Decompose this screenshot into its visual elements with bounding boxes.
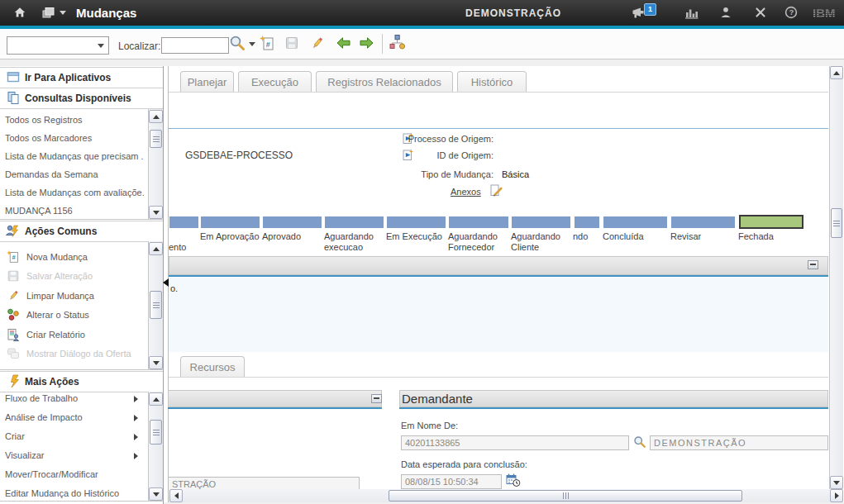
action-item[interactable]: Limpar Mudança [26,291,145,301]
queries-scrollbar-thumb[interactable] [150,130,162,148]
app-switcher-caret-icon[interactable] [60,11,66,15]
status-label: Em Aprovação [200,231,260,241]
more-action-item[interactable]: Mover/Trocar/Modificar [5,469,131,479]
list-divider [0,219,163,220]
on-behalf-display-field[interactable]: DEMONSTRAÇÃO [650,435,828,450]
more-actions-scrollbar-thumb[interactable] [150,420,162,445]
previous-record-icon[interactable] [336,36,351,50]
expected-date-field[interactable]: 08/08/15 10:50:34 [401,474,502,489]
status-segment-current [739,215,803,229]
vertical-scrollbar-thumb[interactable] [831,208,842,238]
lookup-magnifier-icon[interactable] [633,435,646,449]
attachments-link[interactable]: Anexos [451,187,481,197]
clear-record-icon [7,289,20,302]
query-item[interactable]: MUDANÇA 1156 [5,206,144,216]
page-title: Mudanças [76,6,136,20]
tab-recursos[interactable]: Recursos [180,356,245,377]
find-label: Localizar: [118,40,160,52]
tab-execucao[interactable]: Execução [238,71,312,92]
left-panel-header-band[interactable] [168,390,382,407]
new-record-icon[interactable]: # [260,36,275,51]
queries-scroll-down-button[interactable] [149,206,163,219]
horizontal-scrollbar-thumb[interactable] [389,490,742,502]
more-action-item[interactable]: Editar Mudança do Histórico [5,488,131,498]
more-actions-scroll-down-button[interactable] [149,487,163,501]
action-item[interactable]: Nova Mudança [26,252,145,262]
announcements-icon[interactable] [630,6,645,20]
actions-scroll-up-button[interactable] [149,242,163,255]
next-record-icon[interactable] [359,36,374,50]
record-header-divider [169,128,828,129]
sidebar-header-more-actions[interactable]: Mais Ações [0,371,163,392]
new-record-icon: # [7,250,20,264]
on-behalf-label: Em Nome De: [401,421,458,430]
status-label: Aguardando [448,231,498,241]
query-item[interactable]: Demandas da Semana [5,169,144,179]
clear-record-icon[interactable] [309,36,325,51]
status-label: Fechada [738,231,774,241]
sidebar: Ir Para Aplicativos Consultas Disponívei… [0,66,164,504]
nav-select-caret-icon [98,44,104,48]
query-item[interactable]: Lista de Mudanças com avaliaçõe... [5,188,144,197]
status-label: Em Execução [386,231,442,241]
workflow-route-icon[interactable] [389,34,406,51]
profile-icon[interactable] [719,6,732,19]
search-options-caret-icon[interactable] [249,42,255,46]
origin-id-label: ID de Origem: [372,150,494,160]
tab-registros-relacionados[interactable]: Registros Relacionados [316,71,453,92]
actions-scrollbar-thumb[interactable] [150,291,162,319]
more-action-item[interactable]: Fluxo de Trabalho [5,393,131,403]
status-segment [325,216,384,228]
on-behalf-field[interactable]: 40201133865 [401,435,629,450]
minimize-left-panel-icon[interactable] [371,394,382,403]
scroll-left-button[interactable] [169,489,183,502]
more-action-item[interactable]: Criar [5,431,131,441]
query-item[interactable]: Lista de Mudanças que precisam ... [5,151,144,161]
close-icon[interactable] [755,7,766,18]
status-label: execucao [324,242,363,252]
search-input[interactable] [161,37,229,54]
save-icon [7,269,20,283]
actions-scroll-down-button[interactable] [149,356,163,369]
more-actions-scroll-up-button[interactable] [149,392,163,406]
calendar-clock-icon[interactable] [506,473,521,487]
minimize-section-icon[interactable] [808,260,818,269]
reports-icon[interactable] [684,7,699,19]
status-label: Aprovado [262,231,301,241]
section-body [169,278,828,352]
queries-scroll-up-button[interactable] [149,110,163,123]
accent-bar [0,26,844,29]
query-item[interactable]: Todos os Registros [5,115,144,125]
query-item[interactable]: Todos os Marcadores [5,133,144,143]
sidebar-header-queries[interactable]: Consultas Disponíveis [0,88,163,109]
submenu-caret-icon [134,415,138,421]
tab-historico[interactable]: Histórico [457,71,527,92]
more-actions-scrollbar-track[interactable] [149,392,163,501]
sidebar-header-common-actions[interactable]: Ações Comuns [0,221,163,242]
help-icon[interactable]: ? [784,6,798,19]
home-icon[interactable] [13,6,26,19]
status-label: Fornecedor [448,242,494,252]
sidebar-header-go-to[interactable]: Ir Para Aplicativos [0,67,163,88]
status-label: ndo [573,231,588,241]
scroll-right-button[interactable] [830,489,843,502]
action-item[interactable]: Criar Relatório [26,330,145,340]
app-switcher-icon[interactable] [41,6,56,19]
submenu-caret-icon [134,396,138,402]
status-segment [575,216,599,228]
more-action-item[interactable]: Visualizar [5,450,131,460]
queries-scrollbar-track[interactable] [149,109,163,219]
scroll-down-button[interactable] [830,476,843,489]
sidebar-collapse-icon[interactable] [163,278,169,287]
svg-text:?: ? [789,8,794,17]
left-panel-underline [168,407,382,409]
scroll-up-button[interactable] [830,66,843,79]
nav-select[interactable] [7,36,109,55]
vertical-scrollbar-track[interactable] [830,66,843,489]
section-header-band[interactable] [169,256,828,275]
action-item[interactable]: Alterar o Status [26,310,145,320]
search-icon[interactable] [229,35,246,52]
attachments-edit-icon[interactable] [489,183,503,197]
tab-planejar[interactable]: Planejar [180,71,234,92]
more-action-item[interactable]: Análise de Impacto [5,412,131,422]
